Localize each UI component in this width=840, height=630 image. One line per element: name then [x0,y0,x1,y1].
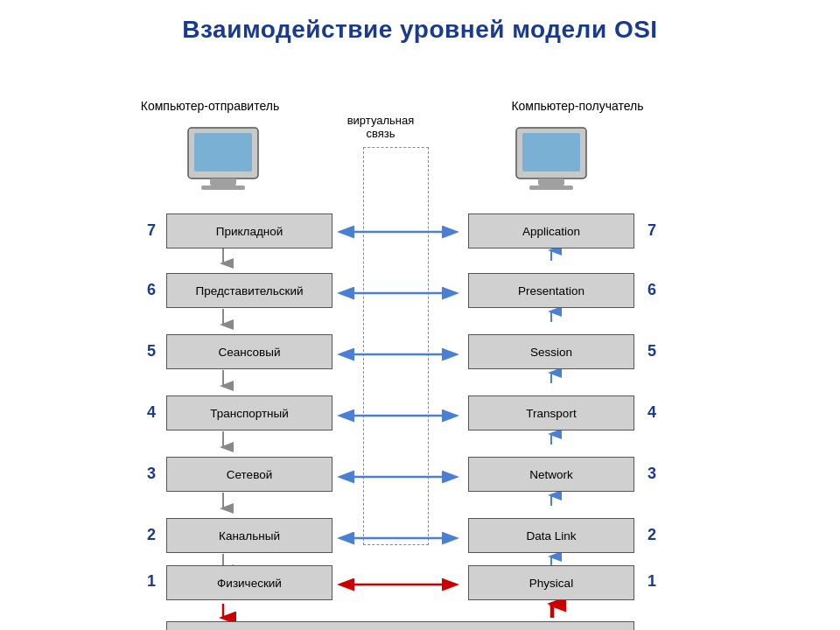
svg-rect-4 [516,128,586,178]
left-layer-3: Сетевой [166,457,332,492]
right-num-5: 5 [648,342,656,360]
sender-label: Компьютер-отправитель [140,99,280,113]
right-layer-7: Application [468,214,634,248]
svg-rect-7 [529,186,573,190]
svg-rect-2 [210,178,236,186]
left-num-4: 4 [147,403,156,422]
virtual-link-border [363,147,429,545]
left-num-6: 6 [147,281,156,299]
left-layer-4: Транспортный [166,396,332,430]
right-num-1: 1 [648,572,656,591]
right-layer-2: Data Link [468,518,634,553]
right-layer-1: Physical [468,565,634,600]
receiver-label: Компьютер-получатель [499,99,656,113]
left-num-1: 1 [147,572,156,591]
physical-media-box: Физическая среда [166,621,634,630]
svg-rect-5 [522,133,580,172]
left-num-3: 3 [147,465,156,483]
left-layer-6: Представительский [166,273,332,308]
left-layer-1: Физический [166,565,332,600]
left-num-5: 5 [147,342,156,360]
left-layer-2: Канальный [166,518,332,553]
svg-rect-6 [538,178,564,186]
right-num-4: 4 [648,403,656,422]
right-num-2: 2 [648,526,656,544]
left-layer-7: Прикладной [166,214,332,248]
virtual-link-label: виртуальная связь [341,114,420,140]
svg-rect-0 [188,128,258,178]
diagram: Компьютер-отправитель Компьютер-получате… [0,51,840,620]
right-layer-4: Transport [468,396,634,430]
svg-rect-3 [201,186,245,190]
right-layer-3: Network [468,457,634,492]
right-num-3: 3 [648,465,656,483]
left-num-7: 7 [147,221,156,240]
right-layer-6: Presentation [468,273,634,308]
left-num-2: 2 [147,526,156,544]
svg-rect-1 [194,133,252,172]
page-title: Взаимодействие уровней модели OSI [0,0,840,51]
right-layer-5: Session [468,334,634,369]
right-num-7: 7 [648,221,656,240]
right-num-6: 6 [648,281,656,299]
left-layer-5: Сеансовый [166,334,332,369]
